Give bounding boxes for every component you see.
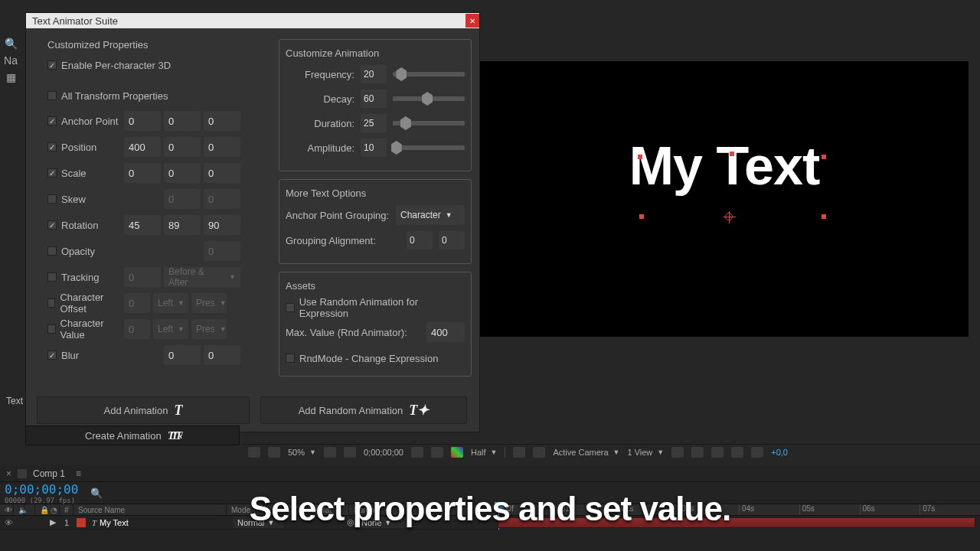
current-timecode[interactable]: 0;00;00;00: [5, 482, 78, 497]
frequency-input[interactable]: [361, 65, 387, 83]
scale-checkbox[interactable]: [47, 168, 57, 178]
layer-name[interactable]: My Text: [100, 518, 233, 527]
scale-z[interactable]: [204, 163, 240, 183]
mask-icon[interactable]: [344, 447, 356, 458]
maxval-input[interactable]: [426, 322, 465, 342]
charoff-sel1[interactable]: Left▼: [153, 293, 188, 313]
exposure-value[interactable]: +0,0: [771, 448, 788, 457]
use-random-checkbox[interactable]: [286, 303, 295, 312]
frequency-slider[interactable]: [393, 72, 465, 77]
close-tab-icon[interactable]: ×: [6, 468, 11, 479]
close-button[interactable]: ✕: [466, 14, 479, 28]
skew-checkbox[interactable]: [47, 194, 57, 204]
tracking-v[interactable]: [124, 267, 161, 287]
opacity-checkbox[interactable]: [47, 246, 57, 256]
enable-3d-label: Enable Per-character 3D: [61, 60, 171, 71]
grouping-align-x[interactable]: [407, 231, 433, 249]
ruler-tick: 07s: [920, 504, 980, 515]
layer-color-chip[interactable]: [77, 518, 86, 527]
skew-2[interactable]: [204, 189, 240, 209]
grid-icon[interactable]: [324, 447, 336, 458]
blur-x[interactable]: [164, 345, 201, 365]
customize-animation-group: Customize Animation Frequency: Decay: Du…: [279, 39, 472, 171]
display-icon[interactable]: [268, 447, 280, 458]
roi-icon[interactable]: [513, 447, 525, 458]
scale-x[interactable]: [124, 163, 161, 183]
charval-checkbox[interactable]: [47, 324, 56, 334]
charval-sel2[interactable]: Pres▼: [191, 319, 227, 339]
rotation-y[interactable]: [164, 215, 201, 235]
charval-sel1[interactable]: Left▼: [153, 319, 188, 339]
duration-input[interactable]: [361, 114, 387, 132]
grouping-align-y[interactable]: [439, 231, 465, 249]
charval-v[interactable]: [124, 319, 150, 339]
preview-text-layer[interactable]: My Text: [629, 135, 819, 197]
tab-lock-icon[interactable]: [18, 469, 27, 478]
decay-slider[interactable]: [393, 96, 465, 101]
fast-previews-icon[interactable]: [711, 447, 724, 458]
anchor-checkbox[interactable]: [47, 116, 57, 126]
resolution-select[interactable]: Half▼: [471, 448, 497, 457]
composition-preview[interactable]: My Text: [480, 61, 969, 337]
alpha-icon[interactable]: [248, 447, 260, 458]
snapshot-icon[interactable]: [411, 447, 423, 458]
enable-3d-checkbox[interactable]: [47, 60, 57, 70]
skew-1[interactable]: [164, 189, 201, 209]
position-checkbox[interactable]: [47, 142, 57, 152]
add-animation-button[interactable]: Add AnimationT: [37, 396, 250, 424]
blur-y[interactable]: [204, 345, 240, 365]
decay-input[interactable]: [361, 90, 387, 108]
charoff-sel2[interactable]: Pres▼: [191, 293, 227, 313]
anchor-grouping-select[interactable]: Character▼: [396, 205, 465, 225]
opacity-v[interactable]: [204, 241, 240, 261]
anchor-z[interactable]: [204, 111, 240, 131]
rotation-z[interactable]: [204, 215, 240, 235]
camera-select[interactable]: Active Camera▼: [553, 448, 619, 457]
rotation-checkbox[interactable]: [47, 220, 57, 230]
color-mgmt-icon[interactable]: [451, 447, 463, 458]
twirl-icon[interactable]: ▶: [46, 517, 60, 527]
rndmode-checkbox[interactable]: [286, 354, 295, 363]
duration-slider[interactable]: [393, 121, 465, 126]
panel-icon[interactable]: ▦: [0, 69, 21, 86]
views-select[interactable]: 1 View▼: [628, 448, 665, 457]
charoff-checkbox[interactable]: [47, 298, 55, 308]
position-z[interactable]: [204, 137, 240, 157]
ruler-tick: 04s: [739, 504, 799, 515]
channel-icon[interactable]: [431, 447, 443, 458]
add-random-animation-button[interactable]: Add Random AnimationT✦: [260, 396, 467, 424]
lock-icon[interactable]: [671, 447, 684, 458]
timeline-icon[interactable]: [731, 447, 743, 458]
dialog-titlebar: Text Animator Suite ✕: [26, 13, 479, 28]
rotation-x[interactable]: [124, 215, 161, 235]
flowchart-icon[interactable]: [751, 447, 763, 458]
search-icon[interactable]: 🔍: [0, 35, 21, 52]
zoom-select[interactable]: 50%▼: [288, 448, 316, 457]
scale-y[interactable]: [164, 163, 201, 183]
charoff-v[interactable]: [124, 293, 150, 313]
amplitude-slider[interactable]: [393, 145, 465, 150]
create-animation-button[interactable]: Create Animation TTT‹: [25, 425, 240, 445]
ruler-tick: 06s: [860, 504, 920, 515]
tracking-checkbox[interactable]: [47, 272, 57, 282]
panel-na: Na: [0, 52, 21, 69]
prop-charval-row: Character Value Left▼ Pres▼: [47, 318, 270, 340]
comp-tab[interactable]: Comp 1: [33, 468, 65, 479]
transparency-icon[interactable]: [533, 447, 545, 458]
eye-icon[interactable]: 👁: [3, 518, 14, 527]
pixel-aspect-icon[interactable]: [691, 447, 704, 458]
amplitude-input[interactable]: [361, 139, 387, 157]
all-transform-checkbox[interactable]: [47, 91, 57, 100]
eye-col-icon: 👁: [0, 504, 14, 515]
position-x[interactable]: [124, 137, 161, 157]
anchor-point-icon[interactable]: [725, 213, 733, 220]
tracking-mode-select[interactable]: Before & After▼: [164, 267, 240, 287]
viewer-timecode[interactable]: 0;00;00;00: [364, 448, 403, 457]
tab-menu-icon[interactable]: ≡: [76, 468, 81, 479]
position-y[interactable]: [164, 137, 201, 157]
search-layers-icon[interactable]: 🔍: [90, 487, 103, 499]
anchor-x[interactable]: [124, 111, 161, 131]
anchor-y[interactable]: [164, 111, 201, 131]
blur-checkbox[interactable]: [47, 350, 57, 360]
text-ttt-icon: TTT‹: [168, 429, 180, 442]
